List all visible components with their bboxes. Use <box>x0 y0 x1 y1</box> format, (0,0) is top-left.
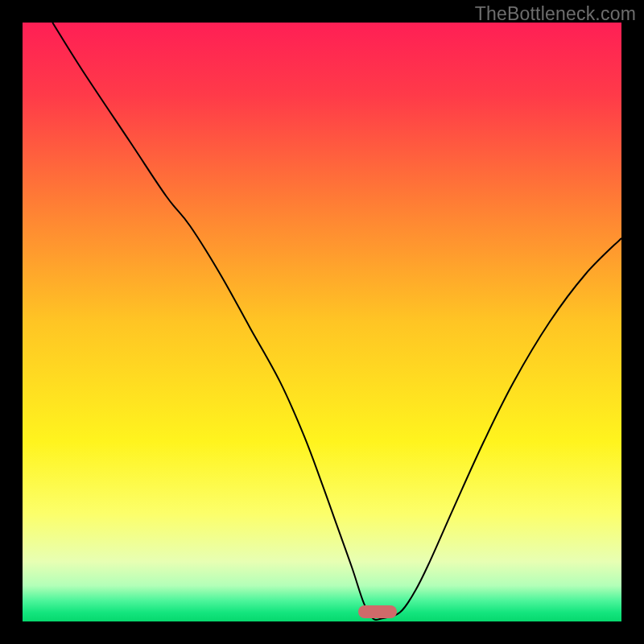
plot-area <box>23 23 621 621</box>
heat-gradient-background <box>23 23 621 621</box>
watermark-text: TheBottleneck.com <box>475 3 636 25</box>
svg-rect-0 <box>23 23 621 621</box>
optimum-marker <box>358 605 397 618</box>
chart-frame: TheBottleneck.com <box>0 0 644 644</box>
